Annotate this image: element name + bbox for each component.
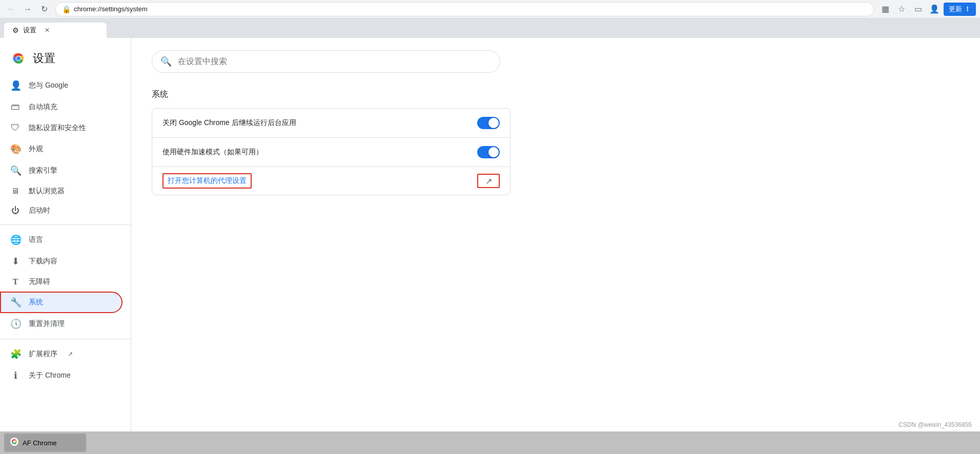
shield-icon: 🛡 <box>10 122 21 133</box>
taskbar-chrome-label: AF Chrome <box>23 439 56 447</box>
user-icon: 👤 <box>10 80 21 91</box>
update-button[interactable]: 更新 ！ <box>944 3 976 16</box>
nav-buttons: ← → ↻ <box>4 2 51 16</box>
tab-favicon: ⚙ <box>12 26 19 34</box>
tab-bar: ⚙ 设置 ✕ <box>0 18 980 38</box>
background-apps-toggle[interactable] <box>477 117 500 129</box>
hardware-acceleration-label: 使用硬件加速模式（如果可用） <box>162 148 263 157</box>
setting-row-proxy: 打开您计算机的代理设置 ↗ <box>152 167 510 195</box>
sidebar-header: 设置 <box>0 46 131 75</box>
external-link-icon: ↗ <box>485 176 492 186</box>
hardware-acceleration-toggle[interactable] <box>477 146 500 158</box>
search-input[interactable] <box>178 57 492 66</box>
default-browser-icon: 🖥 <box>10 187 21 196</box>
extend-button[interactable]: ▭ <box>911 2 925 16</box>
system-icon: 🔧 <box>10 297 21 308</box>
search-icon: 🔍 <box>160 56 172 67</box>
sidebar-label-accessibility: 无障碍 <box>29 277 50 286</box>
sidebar-label-autofill: 自动填充 <box>29 102 57 112</box>
download-icon: ⬇ <box>10 256 21 267</box>
settings-tab[interactable]: ⚙ 设置 ✕ <box>4 23 107 38</box>
lock-icon: 🔒 <box>62 5 71 13</box>
sidebar-item-default-browser[interactable]: 🖥 默认浏览器 <box>0 181 122 201</box>
sidebar-item-extensions[interactable]: 🧩 扩展程序 ↗ <box>0 343 122 365</box>
share-button[interactable]: ▦ <box>878 2 892 16</box>
page-layout: 设置 👤 您与 Google 🗃 自动填充 🛡 隐私设置和安全性 🎨 外观 🔍 … <box>0 38 980 454</box>
startup-icon: ⏻ <box>10 206 21 215</box>
sidebar-label-on-startup: 启动时 <box>29 206 50 215</box>
taskbar-item-chrome[interactable]: AF Chrome <box>4 434 86 452</box>
sidebar-label-languages: 语言 <box>29 235 43 244</box>
sidebar-item-search-engine[interactable]: 🔍 搜索引擎 <box>0 160 122 181</box>
appearance-icon: 🎨 <box>10 143 21 155</box>
proxy-label[interactable]: 打开您计算机的代理设置 <box>162 173 252 189</box>
svg-point-5 <box>13 441 15 443</box>
sidebar-label-extensions: 扩展程序 <box>29 349 57 359</box>
search-engine-icon: 🔍 <box>10 165 21 176</box>
sidebar-label-you-google: 您与 Google <box>29 81 68 90</box>
sidebar: 设置 👤 您与 Google 🗃 自动填充 🛡 隐私设置和安全性 🎨 外观 🔍 … <box>0 38 131 454</box>
sidebar-item-languages[interactable]: 🌐 语言 <box>0 229 122 251</box>
taskbar: AF Chrome <box>0 431 980 454</box>
sidebar-item-downloads[interactable]: ⬇ 下载内容 <box>0 251 122 272</box>
sidebar-label-about-chrome: 关于 Chrome <box>29 371 71 380</box>
tab-title: 设置 <box>23 26 36 35</box>
sidebar-item-autofill[interactable]: 🗃 自动填充 <box>0 96 122 117</box>
settings-card: 关闭 Google Chrome 后继续运行后台应用 使用硬件加速模式（如果可用… <box>152 108 511 195</box>
csdn-watermark: CSDN @weixin_43536855 <box>899 421 972 428</box>
toolbar-right: ▦ ☆ ▭ 👤 更新 ！ <box>878 2 976 16</box>
svg-point-3 <box>16 56 21 60</box>
proxy-external-button[interactable]: ↗ <box>477 174 500 188</box>
sidebar-label-default-browser: 默认浏览器 <box>29 187 65 196</box>
sidebar-label-privacy: 隐私设置和安全性 <box>29 123 86 133</box>
tab-close-icon[interactable]: ✕ <box>45 27 50 34</box>
background-apps-label: 关闭 Google Chrome 后继续运行后台应用 <box>162 118 296 128</box>
sidebar-label-reset: 重置并清理 <box>29 319 65 328</box>
bookmark-button[interactable]: ☆ <box>894 2 909 16</box>
forward-button[interactable]: → <box>21 2 35 16</box>
sidebar-item-on-startup[interactable]: ⏻ 启动时 <box>0 201 122 220</box>
sidebar-label-system: 系统 <box>29 298 43 307</box>
sidebar-item-about-chrome[interactable]: ℹ 关于 Chrome <box>0 365 122 386</box>
section-title: 系统 <box>152 89 959 100</box>
search-box[interactable]: 🔍 <box>152 50 500 73</box>
sidebar-item-appearance[interactable]: 🎨 外观 <box>0 138 122 160</box>
sidebar-item-accessibility[interactable]: T 无障碍 <box>0 272 122 292</box>
reset-icon: 🕔 <box>10 318 21 329</box>
profile-button[interactable]: 👤 <box>927 2 942 16</box>
chrome-logo <box>10 50 27 67</box>
taskbar-chrome-icon <box>10 438 18 448</box>
sidebar-item-reset[interactable]: 🕔 重置并清理 <box>0 313 122 335</box>
about-icon: ℹ <box>10 370 21 381</box>
sidebar-label-downloads: 下载内容 <box>29 257 57 266</box>
reload-button[interactable]: ↻ <box>37 2 51 16</box>
browser-nav-bar: ← → ↻ 🔒 chrome://settings/system ▦ ☆ ▭ 👤… <box>0 0 980 18</box>
accessibility-icon: T <box>10 277 21 286</box>
sidebar-label-appearance: 外观 <box>29 145 43 154</box>
sidebar-item-system[interactable]: 🔧 系统 <box>0 292 122 313</box>
back-button[interactable]: ← <box>4 2 18 16</box>
address-bar[interactable]: 🔒 chrome://settings/system <box>55 2 874 16</box>
extensions-external-icon: ↗ <box>68 350 73 358</box>
address-url: chrome://settings/system <box>74 5 867 13</box>
sidebar-label-search-engine: 搜索引擎 <box>29 166 57 175</box>
sidebar-item-you-google[interactable]: 👤 您与 Google <box>0 75 122 96</box>
setting-row-hardware-acceleration: 使用硬件加速模式（如果可用） <box>152 138 510 167</box>
language-icon: 🌐 <box>10 234 21 245</box>
content-area: 🔍 系统 关闭 Google Chrome 后继续运行后台应用 使用硬件加速模式… <box>131 38 980 454</box>
setting-row-background-apps: 关闭 Google Chrome 后继续运行后台应用 <box>152 109 510 138</box>
autofill-icon: 🗃 <box>10 101 21 112</box>
extensions-icon: 🧩 <box>10 348 21 360</box>
sidebar-item-privacy[interactable]: 🛡 隐私设置和安全性 <box>0 117 122 138</box>
sidebar-title: 设置 <box>33 51 55 66</box>
